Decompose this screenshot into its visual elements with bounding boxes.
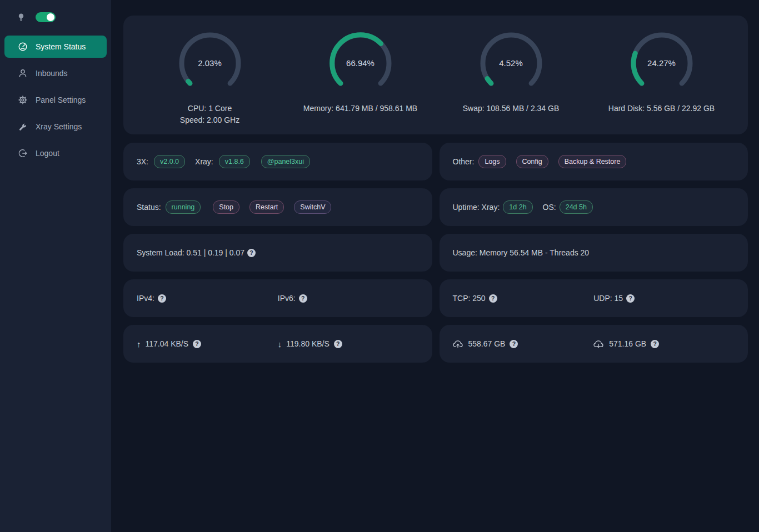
xray-uptime-badge: 1d 2h	[503, 200, 532, 214]
stop-button[interactable]: Stop	[213, 200, 239, 214]
other-card: Other: Logs Config Backup & Restore	[440, 143, 748, 180]
sidebar-item-label: Xray Settings	[36, 122, 82, 131]
uptime-xray-label: Uptime: Xray:	[453, 203, 500, 212]
restart-button[interactable]: Restart	[249, 200, 284, 214]
swap-percent: 4.52%	[478, 58, 545, 68]
sidebar-item-logout[interactable]: Logout	[4, 142, 107, 164]
disk-label: Hard Disk: 5.56 GB / 22.92 GB	[608, 103, 715, 114]
sidebar-item-label: System Status	[36, 42, 86, 51]
network-speed-card: ↑ 117.04 KB/S ? ↓ 119.80 KB/S ?	[123, 325, 432, 363]
memory-gauge-ring: 66.94%	[327, 30, 394, 97]
download-total-help-icon[interactable]: ?	[651, 340, 659, 348]
download-speed-block: ↓ 119.80 KB/S ?	[278, 339, 419, 349]
upload-total-block: 558.67 GB ?	[453, 339, 594, 348]
ipv6-block: IPv6: ?	[278, 294, 419, 303]
ipv4-help-icon[interactable]: ?	[158, 294, 166, 303]
sidebar: System Status Inbounds Panel Settings Xr…	[0, 0, 111, 532]
ipv6-label: IPv6:	[278, 294, 296, 303]
sidebar-item-panel-settings[interactable]: Panel Settings	[4, 89, 107, 111]
system-load-text: System Load: 0.51 | 0.19 | 0.07	[137, 248, 244, 257]
traffic-total-card: 558.67 GB ? 571.16 GB ?	[440, 325, 748, 363]
sidebar-item-system-status[interactable]: System Status	[4, 36, 107, 58]
connections-card: TCP: 250 ? UDP: 15 ?	[440, 279, 748, 317]
3x-version-badge: v2.0.0	[154, 155, 185, 168]
uptime-card: Uptime: Xray: 1d 2h OS: 24d 5h	[440, 188, 748, 226]
tcp-count-text: TCP: 250	[453, 294, 486, 303]
usage-text: Usage: Memory 56.54 MB - Threads 20	[453, 248, 590, 257]
memory-label: Memory: 641.79 MB / 958.61 MB	[303, 103, 417, 114]
upload-total-help-icon[interactable]: ?	[510, 340, 518, 348]
swap-gauge: 4.52% Swap: 108.56 MB / 2.34 GB	[436, 30, 586, 134]
telegram-channel-badge[interactable]: @panel3xui	[261, 155, 310, 168]
other-label: Other:	[453, 157, 475, 166]
version-card: 3X: v2.0.0 Xray: v1.8.6 @panel3xui	[123, 143, 432, 180]
sidebar-item-label: Logout	[36, 149, 59, 158]
download-total-block: 571.16 GB ?	[593, 339, 735, 348]
download-speed-help-icon[interactable]: ?	[334, 340, 342, 348]
xray-version-badge: v1.8.6	[219, 155, 250, 168]
cpu-gauge: 2.03% CPU: 1 Core Speed: 2.00 GHz	[134, 30, 285, 134]
xray-label: Xray:	[195, 157, 213, 166]
sidebar-item-xray-settings[interactable]: Xray Settings	[4, 116, 107, 138]
sidebar-item-label: Inbounds	[36, 69, 68, 78]
system-gauges-card: 2.03% CPU: 1 Core Speed: 2.00 GHz 66.94%…	[123, 16, 748, 134]
udp-block: UDP: 15 ?	[593, 294, 735, 303]
swap-gauge-ring: 4.52%	[478, 30, 545, 97]
cpu-percent: 2.03%	[177, 58, 243, 68]
system-load-help-icon[interactable]: ?	[247, 249, 256, 257]
cpu-label: CPU: 1 Core Speed: 2.00 GHz	[180, 103, 239, 126]
upload-speed-block: ↑ 117.04 KB/S ?	[137, 339, 278, 349]
user-icon	[18, 68, 28, 78]
udp-help-icon[interactable]: ?	[626, 294, 635, 303]
theme-toggle[interactable]	[36, 12, 56, 22]
logout-icon	[18, 148, 28, 158]
arrow-down-icon: ↓	[278, 339, 282, 349]
disk-gauge-ring: 24.27%	[628, 30, 695, 97]
disk-percent: 24.27%	[628, 58, 695, 68]
dashboard-icon	[18, 42, 28, 52]
disk-gauge: 24.27% Hard Disk: 5.56 GB / 22.92 GB	[586, 30, 737, 134]
config-button[interactable]: Config	[516, 155, 548, 168]
system-load-card: System Load: 0.51 | 0.19 | 0.07 ?	[123, 234, 432, 272]
sidebar-item-inbounds[interactable]: Inbounds	[4, 62, 107, 84]
cloud-upload-icon	[453, 340, 463, 348]
os-uptime-badge: 24d 5h	[560, 200, 593, 214]
xray-status-card: Status: running Stop Restart SwitchV	[123, 188, 432, 226]
3x-label: 3X:	[137, 157, 148, 166]
ipv6-help-icon[interactable]: ?	[299, 294, 307, 303]
ipv4-label: IPv4:	[137, 294, 154, 303]
switch-version-button[interactable]: SwitchV	[294, 200, 331, 214]
theme-row	[0, 10, 111, 31]
os-label: OS:	[543, 203, 556, 212]
download-total-text: 571.16 GB	[609, 339, 646, 348]
tcp-help-icon[interactable]: ?	[489, 294, 497, 303]
swap-label: Swap: 108.56 MB / 2.34 GB	[463, 103, 560, 114]
main-content: 2.03% CPU: 1 Core Speed: 2.00 GHz 66.94%…	[111, 0, 759, 532]
status-label: Status:	[137, 203, 161, 212]
logs-button[interactable]: Logs	[478, 155, 506, 168]
memory-gauge: 66.94% Memory: 641.79 MB / 958.61 MB	[285, 30, 436, 134]
cpu-gauge-ring: 2.03%	[177, 30, 243, 97]
theme-bulb-icon	[17, 12, 26, 22]
sidebar-item-label: Panel Settings	[36, 96, 86, 104]
status-running-badge: running	[166, 200, 201, 214]
upload-speed-help-icon[interactable]: ?	[193, 340, 201, 348]
upload-total-text: 558.67 GB	[468, 339, 506, 348]
arrow-up-icon: ↑	[137, 339, 141, 349]
cloud-download-icon	[593, 340, 603, 348]
backup-restore-button[interactable]: Backup & Restore	[558, 155, 627, 168]
tcp-block: TCP: 250 ?	[453, 294, 594, 303]
ip-card: IPv4: ? IPv6: ?	[123, 279, 432, 317]
ipv4-block: IPv4: ?	[137, 294, 278, 303]
wrench-icon	[18, 122, 28, 132]
memory-percent: 66.94%	[327, 58, 394, 68]
download-speed-text: 119.80 KB/S	[286, 339, 329, 348]
udp-count-text: UDP: 15	[593, 294, 623, 303]
upload-speed-text: 117.04 KB/S	[146, 339, 189, 348]
usage-card: Usage: Memory 56.54 MB - Threads 20	[440, 234, 748, 272]
toggle-knob	[47, 13, 54, 21]
gear-icon	[18, 95, 28, 105]
